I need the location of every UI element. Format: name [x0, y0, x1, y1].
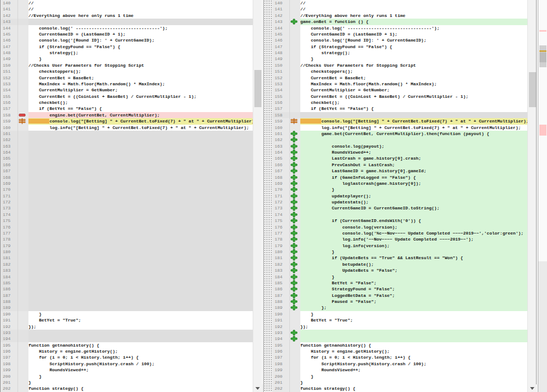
- left-code-line-195[interactable]: 195function getnanohistory() {: [1, 342, 253, 348]
- left-code-line-180[interactable]: 180: [1, 249, 253, 255]
- diff-icon-margin[interactable]: [290, 193, 300, 199]
- right-scrollbar-thumb[interactable]: [529, 72, 536, 107]
- diff-icon-margin[interactable]: [18, 199, 28, 205]
- diff-icon-margin[interactable]: [18, 348, 28, 354]
- right-code-line-151[interactable]: 151 checkstoppers();: [272, 68, 527, 74]
- diff-icon-margin[interactable]: [18, 212, 28, 218]
- diff-icon-margin[interactable]: [290, 324, 300, 330]
- diff-icon-margin[interactable]: [290, 180, 300, 186]
- diff-icon-margin[interactable]: [18, 0, 28, 6]
- right-code-line-185[interactable]: 185 BetYet = "False";: [272, 280, 527, 286]
- right-code-line-198[interactable]: 198 ScriptHistory.push(History.crash / 1…: [272, 361, 527, 367]
- left-code-line-200[interactable]: 200 }: [1, 373, 253, 379]
- diff-icon-margin[interactable]: [18, 236, 28, 242]
- diff-icon-margin[interactable]: [18, 112, 28, 118]
- left-code-line-186[interactable]: 186: [1, 286, 253, 292]
- left-code-line-184[interactable]: 184: [1, 274, 253, 280]
- diff-icon-margin[interactable]: [18, 106, 28, 112]
- left-code-line-150[interactable]: 150//Checks User Parameters for Stopping…: [1, 62, 253, 68]
- diff-icon-margin[interactable]: [290, 19, 300, 25]
- right-code-line-193[interactable]: 193: [272, 330, 527, 336]
- diff-icon-margin[interactable]: [290, 149, 300, 155]
- diff-icon-margin[interactable]: [290, 112, 300, 118]
- right-code-line-145[interactable]: 145 CurrentGameID = (LastGameID + 1);: [272, 31, 527, 37]
- right-code-line-155[interactable]: 155 CurrentBet = ((CoinLost + BaseBet) /…: [272, 93, 527, 100]
- right-code-line-149[interactable]: 149 }: [272, 56, 527, 62]
- left-code-line-175[interactable]: 175: [1, 218, 253, 224]
- right-code-line-168[interactable]: 168 if (GameInfoLogged == "False") {: [272, 174, 527, 180]
- diff-icon-margin[interactable]: [18, 174, 28, 180]
- diff-icon-margin[interactable]: [290, 299, 300, 305]
- diff-icon-margin[interactable]: [18, 155, 28, 161]
- right-code-line-182[interactable]: 182 betupdate();: [272, 261, 527, 267]
- right-code-line-141[interactable]: 141//: [272, 6, 527, 12]
- left-code-line-152[interactable]: 152 CurrentBet = BaseBet;: [1, 75, 253, 81]
- diff-icon-margin[interactable]: [290, 125, 300, 131]
- diff-icon-margin[interactable]: [18, 19, 28, 25]
- left-vertical-scrollbar[interactable]: [253, 0, 262, 392]
- right-code-line-147[interactable]: 147 if (StrategyFound == "False") {: [272, 44, 527, 50]
- diff-icon-margin[interactable]: [18, 299, 28, 305]
- diff-icon-margin[interactable]: [290, 330, 300, 336]
- left-editor-pane[interactable]: 140//141//142//Everything above here onl…: [0, 0, 253, 392]
- diff-icon-margin[interactable]: [290, 379, 300, 385]
- right-code-line-143[interactable]: 143game.onBet = function () {: [272, 19, 527, 25]
- left-code-line-176[interactable]: 176: [1, 224, 253, 230]
- right-code-line-179[interactable]: 179 log.info(version);: [272, 243, 527, 249]
- left-code-line-158[interactable]: 158 engine.bet(CurrentBet, CurrentMultip…: [1, 112, 253, 118]
- diff-icon-margin[interactable]: [18, 68, 28, 74]
- diff-icon-margin[interactable]: [290, 286, 300, 292]
- diff-icon-margin[interactable]: [18, 186, 28, 192]
- diff-icon-margin[interactable]: [290, 87, 300, 93]
- left-code-line-174[interactable]: 174: [1, 212, 253, 218]
- diff-icon-margin[interactable]: [290, 106, 300, 112]
- right-code-line-178[interactable]: 178 log.info('~~Nov~~~~ Update Completed…: [272, 236, 527, 242]
- left-code-line-201[interactable]: 201}: [1, 379, 253, 385]
- right-code-line-181[interactable]: 181 if (UpdateBets == "True" && LastResu…: [272, 255, 527, 261]
- left-code-line-192[interactable]: 192});: [1, 324, 253, 330]
- diff-icon-margin[interactable]: [290, 385, 300, 391]
- left-scrollbar-thumb[interactable]: [254, 70, 261, 107]
- diff-navigation-bar[interactable]: [538, 0, 547, 392]
- right-code-line-177[interactable]: 177 console.log('%c~~Nov~~~~ Update Comp…: [272, 230, 527, 236]
- diff-icon-margin[interactable]: [290, 224, 300, 230]
- diff-icon-margin[interactable]: [290, 50, 300, 56]
- diff-icon-margin[interactable]: [290, 199, 300, 205]
- right-code-line-144[interactable]: 144 console.log(' ----------------------…: [272, 25, 527, 31]
- diff-icon-margin[interactable]: [290, 336, 300, 342]
- diff-icon-margin[interactable]: [18, 44, 28, 50]
- diff-icon-margin[interactable]: [290, 13, 300, 19]
- left-code-line-191[interactable]: 191 BetYet = "True";: [1, 317, 253, 323]
- right-code-line-146[interactable]: 146 console.log('[Round ID]: ' + Current…: [272, 37, 527, 43]
- diff-icon-margin[interactable]: [18, 75, 28, 81]
- diff-icon-margin[interactable]: [290, 342, 300, 348]
- left-code-line-189[interactable]: 189: [1, 305, 253, 311]
- diff-icon-margin[interactable]: [290, 205, 300, 211]
- right-code-line-189[interactable]: 189 };: [272, 305, 527, 311]
- left-code-line-145[interactable]: 145 CurrentGameID = (LastGameID + 1);: [1, 31, 253, 37]
- diff-icon-margin[interactable]: [18, 131, 28, 137]
- left-code-line-154[interactable]: 154 CurrentMultiplier = GetNumber;: [1, 87, 253, 93]
- right-scroll-down-button[interactable]: [528, 384, 537, 392]
- right-code-line-154[interactable]: 154 CurrentMultiplier = GetNumber;: [272, 87, 527, 93]
- right-code-line-201[interactable]: 201}: [272, 379, 527, 385]
- diff-icon-margin[interactable]: [18, 218, 28, 224]
- diff-icon-margin[interactable]: [18, 286, 28, 292]
- left-code-line-170[interactable]: 170: [1, 186, 253, 192]
- right-code-line-192[interactable]: 192});: [272, 324, 527, 330]
- diff-icon-margin[interactable]: [290, 168, 300, 174]
- left-code-line-167[interactable]: 167: [1, 168, 253, 174]
- diff-icon-margin[interactable]: [18, 379, 28, 385]
- diff-icon-margin[interactable]: [290, 261, 300, 267]
- right-code-line-148[interactable]: 148 strategy();: [272, 50, 527, 56]
- diff-icon-margin[interactable]: [18, 249, 28, 255]
- diff-icon-margin[interactable]: [18, 62, 28, 68]
- diff-icon-margin[interactable]: [290, 75, 300, 81]
- diff-icon-margin[interactable]: [18, 50, 28, 56]
- diff-icon-margin[interactable]: [290, 280, 300, 286]
- left-code-line-194[interactable]: 194: [1, 336, 253, 342]
- right-code-line-165[interactable]: 165 LastCrash = game.history[0].crash;: [272, 155, 527, 161]
- right-code-line-142[interactable]: 142//Everything above here only runs 1 t…: [272, 13, 527, 19]
- diff-icon-margin[interactable]: [290, 267, 300, 273]
- left-code-line-187[interactable]: 187: [1, 292, 253, 299]
